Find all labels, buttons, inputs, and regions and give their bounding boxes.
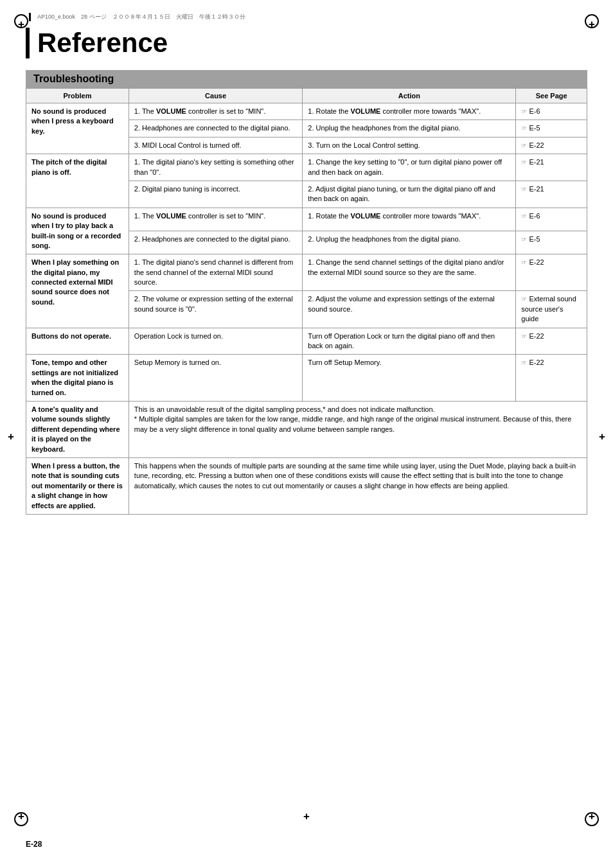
crosshair-br: + [589,810,595,823]
action-cell: 2. Unplug the headphones from the digita… [303,120,516,137]
cause-cell: 1. The VOLUME controller is set to "MIN"… [129,103,303,120]
table-row: Tone, tempo and other settings are not i… [26,355,587,402]
action-cell: 1. Rotate the VOLUME controller more tow… [303,103,516,120]
table-row: When I press a button, the note that is … [26,457,587,514]
action-cell: 3. Turn on the Local Control setting. [303,137,516,154]
problem-cell: Tone, tempo and other settings are not i… [26,355,129,402]
footnote-cell: This happens when the sounds of multiple… [129,457,587,514]
seepage-cell: ☞ E-22 [516,355,587,402]
crosshair-tl: + [18,18,24,31]
table-row: No sound is produced when I try to play … [26,208,587,231]
page-footer: E-28 [26,840,42,849]
action-cell: 1. Change the send channel settings of t… [303,254,516,291]
table-row: A tone's quality and volume sounds sligh… [26,401,587,457]
problem-cell: No sound is produced when I try to play … [26,208,129,254]
problem-cell: Buttons do not operate. [26,328,129,355]
problem-cell: When I press a button, the note that is … [26,457,129,514]
action-cell: Turn off Operation Lock or turn the digi… [303,328,516,355]
cause-cell: 1. The digital piano's send channel is d… [129,254,303,291]
cause-cell: 2. Digital piano tuning is incorrect. [129,181,303,208]
problem-cell: A tone's quality and volume sounds sligh… [26,401,129,457]
action-cell: 2. Unplug the headphones from the digita… [303,231,516,254]
crosshair-mr: + [599,430,605,443]
seepage-cell: ☞ E-5 [516,120,587,137]
action-cell: 2. Adjust digital piano tuning, or turn … [303,181,516,208]
col-header-action: Action [303,89,516,103]
cause-cell: Setup Memory is turned on. [129,355,303,402]
table-row: Buttons do not operate. Operation Lock i… [26,328,587,355]
crosshair-ml: + [8,430,14,443]
action-cell: 1. Rotate the VOLUME controller more tow… [303,208,516,231]
crosshair-tr: + [589,18,595,31]
cause-cell: 2. The volume or expression setting of t… [129,291,303,328]
problem-cell: No sound is produced when I press a keyb… [26,103,129,154]
crosshair-bl: + [18,810,24,823]
seepage-cell: ☞ E-5 [516,231,587,254]
cause-cell: 2. Headphones are connected to the digit… [129,120,303,137]
cause-cell: 3. MIDI Local Control is turned off. [129,137,303,154]
footnote-cell: This is an unavoidable result of the dig… [129,401,587,457]
action-cell: 2. Adjust the volume and expression sett… [303,291,516,328]
problem-cell: When I play something on the digital pia… [26,254,129,328]
seepage-cell: ☞ E-6 [516,103,587,120]
seepage-cell: ☞ E-22 [516,137,587,154]
header-meta: AP100_e.book 28 ページ ２００８年４月１５日 火曜日 午後１２時… [29,13,587,21]
seepage-cell: ☞ E-22 [516,254,587,291]
problem-cell: The pitch of the digital piano is off. [26,154,129,208]
seepage-cell: ☞ E-21 [516,181,587,208]
action-cell: Turn off Setup Memory. [303,355,516,402]
col-header-problem: Problem [26,89,129,103]
seepage-cell: ☞ E-21 [516,154,587,181]
cause-cell: Operation Lock is turned on. [129,328,303,355]
cause-cell: 1. The VOLUME controller is set to "MIN"… [129,208,303,231]
seepage-cell: ☞ E-6 [516,208,587,231]
seepage-cell: ☞ External sound source user's guide [516,291,587,328]
table-row: No sound is produced when I press a keyb… [26,103,587,120]
table-row: When I play something on the digital pia… [26,254,587,291]
section-title: Troubleshooting [26,70,587,88]
page-title: Reference [26,28,587,58]
action-cell: 1. Change the key setting to "0", or tur… [303,154,516,181]
page-wrapper: + + + + + + + AP100_e.book 28 ページ ２００８年４… [0,0,613,868]
troubleshooting-table: Problem Cause Action See Page No sound i… [26,88,587,515]
cause-cell: 1. The digital piano's key setting is so… [129,154,303,181]
col-header-cause: Cause [129,89,303,103]
seepage-cell: ☞ E-22 [516,328,587,355]
cause-cell: 2. Headphones are connected to the digit… [129,231,303,254]
crosshair-bottom-center: + [303,810,310,823]
col-header-seepage: See Page [516,89,587,103]
table-row: The pitch of the digital piano is off. 1… [26,154,587,181]
